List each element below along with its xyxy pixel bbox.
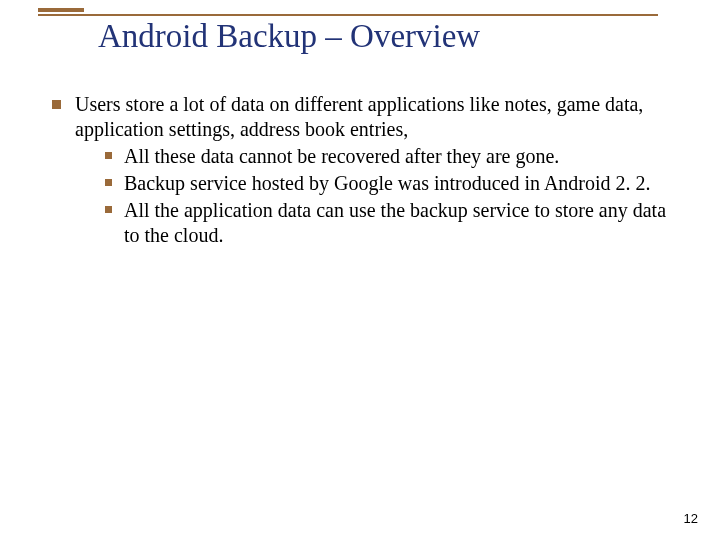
slide: Android Backup – Overview Users store a …: [0, 0, 720, 540]
l2-text: Backup service hosted by Google was intr…: [124, 171, 672, 196]
bullet-level2: Backup service hosted by Google was intr…: [105, 171, 672, 196]
square-bullet-icon: [105, 152, 112, 159]
slide-title: Android Backup – Overview: [38, 16, 678, 60]
square-bullet-icon: [105, 206, 112, 213]
title-block: Android Backup – Overview: [38, 8, 678, 60]
square-bullet-icon: [52, 100, 61, 109]
bullet-level2: All these data cannot be recovered after…: [105, 144, 672, 169]
page-number: 12: [684, 511, 698, 526]
l1-text: Users store a lot of data on different a…: [75, 93, 643, 140]
body-content: Users store a lot of data on different a…: [52, 92, 672, 248]
l2-text: All the application data can use the bac…: [124, 198, 672, 248]
square-bullet-icon: [105, 179, 112, 186]
bullet-level2-list: All these data cannot be recovered after…: [75, 144, 672, 248]
bullet-level1: Users store a lot of data on different a…: [52, 92, 672, 248]
title-accent-bar: [38, 8, 84, 12]
l2-text: All these data cannot be recovered after…: [124, 144, 672, 169]
bullet-level2: All the application data can use the bac…: [105, 198, 672, 248]
bullet-level1-text: Users store a lot of data on different a…: [75, 92, 672, 248]
